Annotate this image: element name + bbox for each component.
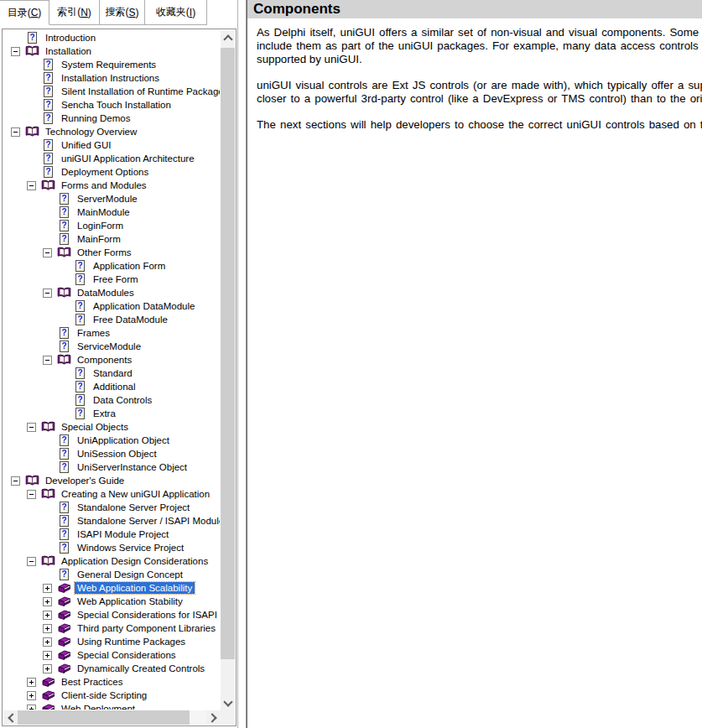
collapse-minus-icon[interactable] bbox=[11, 127, 20, 137]
scroll-down-button[interactable] bbox=[221, 696, 235, 710]
tree-horizontal-scrollbar[interactable] bbox=[3, 710, 221, 725]
tree-item[interactable]: ?MainModule bbox=[4, 205, 220, 219]
tree-item[interactable]: Forms and Modules bbox=[4, 179, 220, 192]
horizontal-scrollbar-thumb[interactable] bbox=[18, 710, 190, 725]
help-topic-icon: ? bbox=[41, 166, 55, 178]
tree-item[interactable]: ?General Design Concept bbox=[4, 568, 220, 581]
scroll-up-button[interactable] bbox=[221, 30, 235, 44]
tree-viewport[interactable]: ?IntroductionInstallation?System Require… bbox=[4, 31, 220, 710]
tree-item[interactable]: ?Deployment Options bbox=[4, 165, 220, 179]
tree-item[interactable]: ?UniServerInstance Object bbox=[4, 460, 220, 474]
tree-item[interactable]: ?System Requirements bbox=[4, 58, 220, 71]
expand-plus-icon[interactable] bbox=[43, 611, 52, 620]
tree-item[interactable]: ?Extra bbox=[4, 407, 220, 420]
tree-item[interactable]: Third party Component Libraries bbox=[4, 621, 220, 635]
tree-item[interactable]: ?UniApplication Object bbox=[4, 434, 220, 447]
tree-item[interactable]: ?ISAPI Module Project bbox=[4, 528, 220, 541]
tree-item[interactable]: Creating a New uniGUI Application bbox=[4, 487, 220, 501]
tree-item[interactable]: ?Free DataModule bbox=[4, 313, 220, 326]
help-topic-icon: ? bbox=[57, 448, 71, 460]
tree-item[interactable]: Installation bbox=[4, 44, 220, 58]
tree-item[interactable]: ?Application DataModule bbox=[4, 299, 220, 313]
tree-item[interactable]: ?Frames bbox=[4, 326, 220, 340]
collapse-minus-icon[interactable] bbox=[27, 557, 36, 566]
tree-item[interactable]: Application Design Considerations bbox=[4, 554, 220, 568]
topic-body: As Delphi itself, uniGUI offers a simila… bbox=[247, 18, 702, 132]
tree-item[interactable]: ?uniGUI Application Architecture bbox=[4, 152, 220, 165]
tree-vertical-scrollbar[interactable] bbox=[221, 30, 235, 710]
tree-item[interactable]: Special Considerations bbox=[4, 648, 220, 662]
tree-item[interactable]: Client-side Scripting bbox=[4, 689, 220, 702]
expand-plus-icon[interactable] bbox=[43, 651, 52, 660]
pane-splitter[interactable] bbox=[237, 0, 247, 728]
tree-item[interactable]: ?Additional bbox=[4, 380, 220, 393]
tree-item[interactable]: ?Running Demos bbox=[4, 112, 220, 125]
tree-item-label: Developer's Guide bbox=[43, 475, 127, 486]
expand-plus-icon[interactable] bbox=[43, 637, 52, 647]
tab-index[interactable]: 索引(N) bbox=[49, 0, 100, 25]
tree-item-label: Frames bbox=[75, 327, 112, 339]
tree-item[interactable]: Components bbox=[4, 353, 220, 367]
tree-item-label: Standalone Server Project bbox=[75, 502, 192, 513]
tree-item[interactable]: ?ServerModule bbox=[4, 192, 220, 205]
tree-item-label: Forms and Modules bbox=[59, 179, 149, 191]
collapse-minus-icon[interactable] bbox=[43, 289, 52, 298]
collapse-minus-icon[interactable] bbox=[27, 490, 36, 499]
tree-item-label: LoginForm bbox=[75, 220, 126, 231]
tree-item[interactable]: ?Standalone Server / ISAPI Module P bbox=[4, 514, 220, 528]
tree-item[interactable]: Web Deployment bbox=[4, 702, 220, 710]
tree-item[interactable]: ?Windows Service Project bbox=[4, 541, 220, 554]
tree-item[interactable]: Technology Overview bbox=[4, 125, 220, 138]
expand-plus-icon[interactable] bbox=[27, 691, 36, 700]
tree-item[interactable]: ?UniSession Object bbox=[4, 447, 220, 460]
tree-item[interactable]: DataModules bbox=[4, 286, 220, 299]
collapse-minus-icon[interactable] bbox=[27, 181, 36, 190]
topic-paragraph: The next sections will help developers t… bbox=[257, 118, 702, 132]
tree-item[interactable]: Web Application Stability bbox=[4, 595, 220, 608]
help-topic-icon: ? bbox=[57, 542, 71, 554]
closed-book-icon bbox=[41, 703, 55, 710]
tree-item[interactable]: Dynamically Created Controls bbox=[4, 662, 220, 675]
tree-item[interactable]: Using Runtime Packages bbox=[4, 635, 220, 648]
tree-item-label: Web Deployment bbox=[59, 703, 138, 710]
tree-item[interactable]: ?Unified GUI bbox=[4, 138, 220, 152]
help-topic-icon: ? bbox=[73, 260, 87, 272]
expand-plus-icon[interactable] bbox=[43, 664, 52, 673]
tree-item[interactable]: ?Sencha Touch Installation bbox=[4, 98, 220, 112]
tree-item[interactable]: ?Free Form bbox=[4, 273, 220, 286]
tree-item[interactable]: Developer's Guide bbox=[4, 474, 220, 487]
help-topic-icon: ? bbox=[73, 314, 87, 325]
collapse-minus-icon[interactable] bbox=[43, 356, 52, 365]
collapse-minus-icon[interactable] bbox=[11, 476, 20, 486]
expand-plus-icon[interactable] bbox=[43, 597, 52, 606]
scroll-right-button[interactable] bbox=[206, 710, 221, 725]
expand-plus-icon[interactable] bbox=[27, 678, 36, 687]
tree-item[interactable]: ?Installation Instructions bbox=[4, 71, 220, 85]
tree-item[interactable]: Special Objects bbox=[4, 420, 220, 434]
expand-plus-icon[interactable] bbox=[43, 584, 52, 593]
vertical-scrollbar-thumb[interactable] bbox=[221, 48, 235, 659]
tree-item[interactable]: ?Standard bbox=[4, 367, 220, 380]
tree-item[interactable]: Best Practices bbox=[4, 675, 220, 689]
open-book-icon bbox=[25, 45, 39, 57]
tree-item[interactable]: ?MainForm bbox=[4, 232, 220, 246]
tree-item[interactable]: Web Application Scalability bbox=[4, 581, 220, 595]
tree-item[interactable]: ?Application Form bbox=[4, 259, 220, 273]
tree-item[interactable]: Other Forms bbox=[4, 246, 220, 259]
collapse-minus-icon[interactable] bbox=[27, 423, 36, 432]
tab-search[interactable]: 搜索(S) bbox=[100, 0, 145, 25]
expand-plus-icon[interactable] bbox=[43, 624, 52, 633]
tree-item[interactable]: Special Considerations for ISAPI Moc bbox=[4, 608, 220, 621]
collapse-minus-icon[interactable] bbox=[11, 47, 20, 56]
tree-item[interactable]: ?Data Controls bbox=[4, 393, 220, 407]
tab-favorites[interactable]: 收藏夹(I) bbox=[145, 0, 207, 25]
tree-item[interactable]: ?ServiceModule bbox=[4, 340, 220, 353]
tree-item[interactable]: ?Silent Installation of Runtime Packages bbox=[4, 85, 220, 98]
scroll-left-button[interactable] bbox=[3, 710, 18, 725]
tab-contents[interactable]: 目录(C) bbox=[0, 0, 49, 25]
expand-plus-icon[interactable] bbox=[27, 705, 36, 710]
tree-item[interactable]: ?Standalone Server Project bbox=[4, 501, 220, 514]
collapse-minus-icon[interactable] bbox=[43, 248, 52, 257]
tree-item[interactable]: ?Introduction bbox=[4, 31, 220, 44]
tree-item[interactable]: ?LoginForm bbox=[4, 219, 220, 232]
